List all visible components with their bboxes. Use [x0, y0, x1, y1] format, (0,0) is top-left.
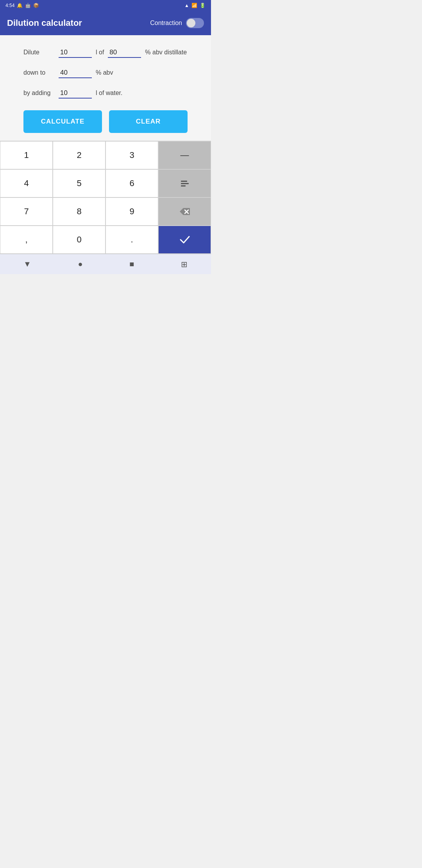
- status-right: ▲ 📶 🔋: [184, 3, 206, 8]
- status-time: 4:54: [5, 3, 14, 8]
- wifi-icon: ▲: [184, 3, 189, 8]
- key-5[interactable]: 5: [53, 169, 106, 197]
- nav-home-icon[interactable]: ●: [78, 260, 82, 269]
- key-8[interactable]: 8: [53, 197, 106, 226]
- downto-label: down to: [23, 69, 55, 76]
- abv-distillate-text: % abv distillate: [145, 49, 187, 56]
- dilute-label: Dilute: [23, 49, 55, 56]
- key-9[interactable]: 9: [106, 197, 158, 226]
- status-left: 4:54 🔔 🤖 📦: [5, 3, 39, 8]
- water-volume-input[interactable]: [59, 88, 92, 99]
- status-bar: 4:54 🔔 🤖 📦 ▲ 📶 🔋: [0, 0, 211, 11]
- key-2[interactable]: 2: [53, 141, 106, 169]
- percent-abv-text: % abv: [96, 69, 113, 76]
- dilute-abv-input[interactable]: [108, 47, 141, 58]
- main-content: Dilute l of % abv distillate down to % a…: [0, 35, 211, 141]
- key-confirm[interactable]: [158, 226, 211, 254]
- byadding-row: by adding l of water.: [23, 88, 188, 99]
- nav-bar: ▼ ● ■ ⊞: [0, 254, 211, 274]
- contraction-toggle[interactable]: [186, 18, 204, 28]
- signal-icon: 📶: [191, 3, 197, 8]
- keyboard-row-1: 1 2 3 —: [0, 141, 211, 169]
- key-dash[interactable]: —: [158, 141, 211, 169]
- keyboard-row-4: , 0 .: [0, 226, 211, 254]
- downto-row: down to % abv: [23, 67, 188, 78]
- parcel-icon: 📦: [33, 3, 39, 8]
- dilute-row: Dilute l of % abv distillate: [23, 47, 188, 58]
- byadding-label: by adding: [23, 90, 55, 97]
- clear-button[interactable]: CLEAR: [109, 110, 188, 133]
- svg-rect-2: [181, 185, 186, 187]
- contraction-area: Contraction: [150, 18, 204, 28]
- app-wrapper: 4:54 🔔 🤖 📦 ▲ 📶 🔋 Dilution calculator Con…: [0, 0, 211, 274]
- key-comma[interactable]: ,: [0, 226, 53, 254]
- svg-rect-0: [181, 181, 187, 182]
- key-period[interactable]: .: [106, 226, 158, 254]
- buttons-row: CALCULATE CLEAR: [23, 110, 188, 133]
- android-icon: 🤖: [25, 3, 31, 8]
- key-7[interactable]: 7: [0, 197, 53, 226]
- svg-rect-1: [181, 183, 189, 184]
- key-6[interactable]: 6: [106, 169, 158, 197]
- key-1[interactable]: 1: [0, 141, 53, 169]
- app-title: Dilution calculator: [7, 18, 82, 28]
- nav-recents-icon[interactable]: ■: [129, 260, 134, 269]
- key-4[interactable]: 4: [0, 169, 53, 197]
- toggle-knob: [187, 19, 195, 27]
- key-backspace[interactable]: [158, 197, 211, 226]
- key-nextline[interactable]: [158, 169, 211, 197]
- key-0[interactable]: 0: [53, 226, 106, 254]
- contraction-label: Contraction: [150, 20, 182, 27]
- downto-abv-input[interactable]: [59, 67, 92, 78]
- lofwater-text: l of water.: [96, 90, 122, 97]
- keyboard: 1 2 3 — 4 5 6 7 8 9: [0, 141, 211, 254]
- dilute-volume-input[interactable]: [59, 47, 92, 58]
- nav-back-icon[interactable]: ▼: [23, 260, 31, 269]
- notification-icon: 🔔: [17, 3, 23, 8]
- nav-keyboard-icon[interactable]: ⊞: [181, 260, 188, 269]
- keyboard-row-3: 7 8 9: [0, 197, 211, 226]
- lof-text: l of: [96, 49, 104, 56]
- key-3[interactable]: 3: [106, 141, 158, 169]
- battery-icon: 🔋: [200, 3, 206, 8]
- app-bar: Dilution calculator Contraction: [0, 11, 211, 35]
- calculate-button[interactable]: CALCULATE: [23, 110, 102, 133]
- keyboard-row-2: 4 5 6: [0, 169, 211, 197]
